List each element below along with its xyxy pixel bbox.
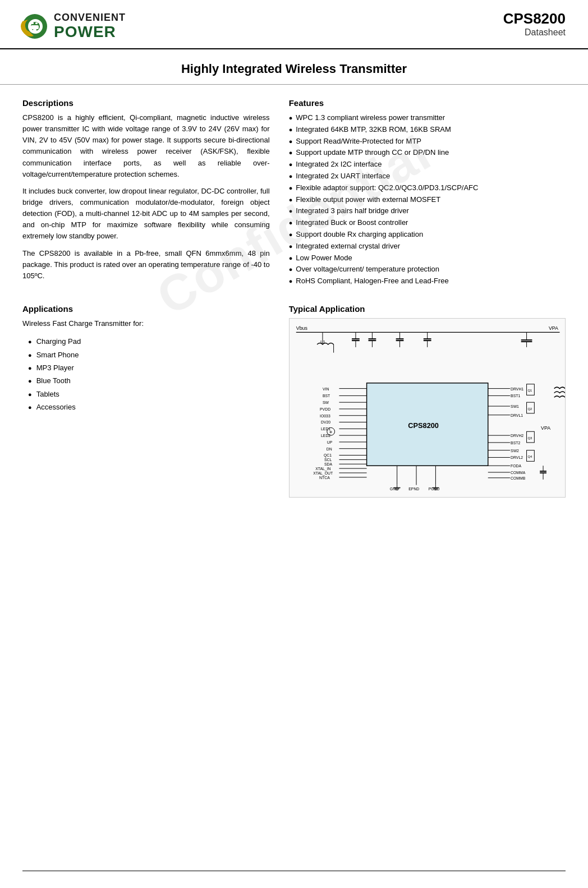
svg-text:SDA: SDA bbox=[324, 462, 333, 466]
svg-text:⊕: ⊕ bbox=[329, 430, 332, 434]
feature-item-7: Flexible adaptor support: QC2.0/QC3.0/PD… bbox=[289, 182, 566, 194]
svg-text:BST: BST bbox=[323, 394, 330, 398]
feature-item-6: Integrated 2x UART interface bbox=[289, 171, 566, 182]
logo-power-text: POWER bbox=[54, 24, 126, 41]
svg-text:DRVL1: DRVL1 bbox=[511, 413, 523, 417]
app-item-4: Blue Tooth bbox=[22, 374, 270, 387]
feature-item-1: WPC 1.3 compliant wireless power transmi… bbox=[289, 112, 566, 124]
feature-item-13: Low Power Mode bbox=[289, 252, 566, 264]
datasheet-label: Datasheet bbox=[503, 27, 566, 38]
logo-convenient-text: CONVENIENT bbox=[54, 12, 126, 24]
footer-line bbox=[22, 871, 566, 871]
svg-text:SW: SW bbox=[323, 401, 329, 404]
applications-heading: Applications bbox=[22, 304, 270, 314]
applications-intro: Wireless Fast Charge Transmitter for: bbox=[22, 318, 270, 329]
page: CONVENIENT POWER CPS8200 Datasheet Highl… bbox=[0, 0, 588, 888]
main-content: Descriptions CPS8200 is a highly efficie… bbox=[0, 85, 588, 298]
feature-item-8: Flexible output power with external MOSF… bbox=[289, 194, 566, 206]
typical-application-section: Typical Application Vbus VPA bbox=[283, 304, 566, 498]
svg-text:DRVH2: DRVH2 bbox=[511, 434, 523, 438]
svg-text:Q1: Q1 bbox=[527, 389, 532, 392]
svg-text:COMMA: COMMA bbox=[511, 471, 526, 475]
logo-area: CONVENIENT POWER bbox=[17, 10, 126, 43]
svg-text:DRVH1: DRVH1 bbox=[511, 387, 523, 391]
svg-text:DV20: DV20 bbox=[321, 420, 330, 424]
svg-text:Q2: Q2 bbox=[527, 407, 532, 411]
app-item-1: Charging Pad bbox=[22, 335, 270, 348]
title-section: Highly Integrated Wireless Transmitter bbox=[0, 49, 588, 85]
feature-item-11: Support double Rx charging application bbox=[289, 229, 566, 241]
svg-text:Vbus: Vbus bbox=[296, 325, 307, 331]
descriptions-heading: Descriptions bbox=[22, 98, 270, 108]
app-item-2: Smart Phone bbox=[22, 348, 270, 361]
svg-text:XTAL_OUT: XTAL_OUT bbox=[313, 471, 333, 476]
feature-item-5: Integrated 2x I2C interface bbox=[289, 159, 566, 171]
svg-rect-6 bbox=[33, 29, 36, 31]
svg-text:SW2: SW2 bbox=[511, 449, 519, 453]
svg-text:FODA: FODA bbox=[511, 464, 521, 468]
svg-text:LED2: LED2 bbox=[321, 434, 330, 438]
circuit-svg: Vbus VPA CPS8200 bbox=[290, 319, 565, 497]
svg-text:CPS8200: CPS8200 bbox=[408, 421, 439, 430]
svg-rect-3 bbox=[31, 22, 34, 24]
svg-text:EPND: EPND bbox=[408, 487, 419, 491]
applications-list: Charging Pad Smart Phone MP3 Player Blue… bbox=[22, 335, 270, 413]
svg-text:Q3: Q3 bbox=[527, 436, 532, 440]
feature-item-3: Support Read/Write-Protected for MTP bbox=[289, 136, 566, 148]
feature-item-2: Integrated 64KB MTP, 32KB ROM, 16KB SRAM bbox=[289, 124, 566, 136]
features-heading: Features bbox=[289, 98, 566, 108]
features-section: Features WPC 1.3 compliant wireless powe… bbox=[283, 98, 566, 287]
app-item-5: Tablets bbox=[22, 388, 270, 401]
svg-rect-4 bbox=[35, 22, 38, 24]
svg-text:DRVL2: DRVL2 bbox=[511, 455, 523, 459]
features-list: WPC 1.3 compliant wireless power transmi… bbox=[289, 112, 566, 287]
page-title: Highly Integrated Wireless Transmitter bbox=[22, 62, 566, 76]
circuit-diagram: Vbus VPA CPS8200 bbox=[289, 318, 566, 498]
app-item-3: MP3 Player bbox=[22, 361, 270, 374]
svg-text:XTAL_IN: XTAL_IN bbox=[315, 467, 330, 471]
descriptions-section: Descriptions CPS8200 is a highly efficie… bbox=[22, 98, 283, 287]
applications-section: Applications Wireless Fast Charge Transm… bbox=[22, 304, 283, 498]
chip-name: CPS8200 bbox=[503, 10, 566, 27]
feature-item-15: RoHS Compliant, Halogen-Free and Lead-Fr… bbox=[289, 275, 566, 287]
typical-application-heading: Typical Application bbox=[289, 304, 566, 314]
descriptions-para-3: The CPS8200 is available in a Pb-free, s… bbox=[22, 248, 270, 282]
descriptions-para-2: It includes buck converter, low dropout … bbox=[22, 186, 270, 242]
feature-item-9: Integrated 3 pairs half bridge driver bbox=[289, 205, 566, 217]
svg-text:VPA: VPA bbox=[541, 425, 550, 431]
svg-text:UP: UP bbox=[327, 440, 332, 444]
header: CONVENIENT POWER CPS8200 Datasheet bbox=[0, 0, 588, 49]
svg-text:SW1: SW1 bbox=[511, 404, 519, 408]
feature-item-14: Over voltage/current/ temperature protec… bbox=[289, 264, 566, 275]
logo-text: CONVENIENT POWER bbox=[54, 12, 126, 41]
feature-item-12: Integrated external crystal driver bbox=[289, 241, 566, 252]
logo-icon bbox=[17, 10, 49, 43]
svg-text:Q4: Q4 bbox=[527, 455, 532, 458]
bottom-content: Applications Wireless Fast Charge Transm… bbox=[0, 298, 588, 509]
svg-text:VPA: VPA bbox=[549, 325, 558, 331]
svg-text:VIN: VIN bbox=[323, 387, 329, 391]
svg-text:IO033: IO033 bbox=[320, 414, 330, 418]
app-item-6: Accessories bbox=[22, 401, 270, 413]
svg-text:NTCA: NTCA bbox=[319, 476, 330, 480]
svg-rect-5 bbox=[31, 25, 39, 29]
svg-text:L1: L1 bbox=[320, 339, 325, 344]
svg-text:BST2: BST2 bbox=[511, 441, 520, 445]
descriptions-para-1: CPS8200 is a highly efficient, Qi-compli… bbox=[22, 112, 270, 180]
header-right: CPS8200 Datasheet bbox=[503, 10, 566, 38]
svg-text:DN: DN bbox=[326, 447, 332, 451]
svg-text:SCL: SCL bbox=[324, 458, 332, 462]
svg-text:PVDD: PVDD bbox=[320, 407, 330, 411]
feature-item-4: Support update MTP through CC or DP/DN l… bbox=[289, 147, 566, 159]
svg-text:BST1: BST1 bbox=[511, 394, 520, 398]
feature-item-10: Integrated Buck or Boost controller bbox=[289, 217, 566, 229]
svg-text:COMMB: COMMB bbox=[511, 476, 526, 480]
svg-text:QC1: QC1 bbox=[324, 453, 332, 458]
